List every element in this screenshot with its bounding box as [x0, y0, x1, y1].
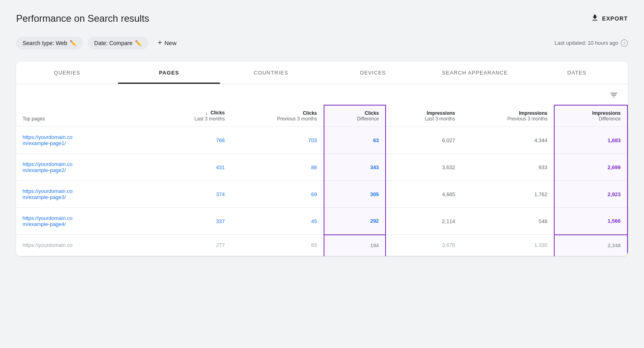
col-pages-label: Top pages — [23, 116, 45, 122]
col-header-clicks-prev[interactable]: Clicks Previous 3 months — [231, 105, 324, 127]
date-label: Date: Compare — [94, 40, 132, 46]
table-cell-impressions-prev: 1,330 — [462, 235, 554, 256]
table-cell-clicks-prev: 88 — [231, 154, 324, 181]
table-cell-clicks-diff: 292 — [324, 208, 386, 235]
table-cell-impressions-diff: 1,683 — [554, 127, 627, 154]
table-cell-page[interactable]: https://yourdomain.com/example-page4/ — [16, 208, 156, 235]
table-cell-clicks-diff: 63 — [324, 127, 386, 154]
table-cell-impressions-last: 6,027 — [386, 127, 461, 154]
tab-devices[interactable]: DEVICES — [322, 62, 424, 84]
table-cell-impressions-last: 2,114 — [386, 208, 461, 235]
table-cell-page[interactable]: https://yourdomain.com/example-page3/ — [16, 181, 156, 208]
table-cell-impressions-last: 3,678 — [386, 235, 461, 256]
table-cell-clicks-diff: 194 — [324, 235, 386, 256]
tab-countries[interactable]: COUNTRIES — [220, 62, 322, 84]
table-cell-clicks-last: 337 — [156, 208, 231, 235]
sort-arrow: ↓ — [205, 110, 208, 116]
plus-icon: + — [158, 39, 162, 47]
filter-list-icon[interactable] — [609, 91, 618, 102]
last-updated-text: Last updated: 10 hours ago — [555, 40, 618, 46]
table-toolbar — [16, 84, 628, 105]
tab-dates[interactable]: DATES — [526, 62, 628, 84]
table-cell-clicks-diff: 343 — [324, 154, 386, 181]
search-type-filter[interactable]: Search type: Web ✏️ — [16, 37, 83, 50]
export-label: EXPORT — [602, 15, 628, 22]
table-cell-impressions-prev: 4,344 — [462, 127, 554, 154]
col-header-pages: Top pages — [16, 105, 156, 127]
table-cell-clicks-diff: 305 — [324, 181, 386, 208]
table-cell-clicks-last: 277 — [156, 235, 231, 256]
page-container: Performance on Search results EXPORT Sea… — [0, 0, 644, 348]
col-header-impressions-last[interactable]: Impressions Last 3 months — [386, 105, 461, 127]
table-cell-impressions-diff: 2,699 — [554, 154, 627, 181]
col-header-impressions-diff[interactable]: Impressions Difference — [554, 105, 627, 127]
data-table: Top pages ↓ Clicks Last 3 months Clicks … — [16, 105, 628, 256]
table-cell-page[interactable]: https://yourdomain.com/example-page2/ — [16, 154, 156, 181]
edit-icon-2: ✏️ — [135, 40, 142, 46]
info-icon[interactable]: i — [621, 39, 628, 47]
col-header-clicks-last[interactable]: ↓ Clicks Last 3 months — [156, 105, 231, 127]
table-cell-impressions-prev: 1,762 — [462, 181, 554, 208]
table-cell-impressions-diff: 2,348 — [554, 235, 627, 256]
filter-row: Search type: Web ✏️ Date: Compare ✏️ + N… — [16, 35, 628, 50]
table-cell-clicks-last: 374 — [156, 181, 231, 208]
tab-search-appearance[interactable]: SEARCH APPEARANCE — [424, 62, 526, 84]
table-cell-impressions-last: 4,685 — [386, 181, 461, 208]
table-cell-clicks-last: 766 — [156, 127, 231, 154]
header-row: Performance on Search results EXPORT — [16, 13, 628, 24]
main-card: QUERIES PAGES COUNTRIES DEVICES SEARCH A… — [16, 62, 628, 256]
tab-queries[interactable]: QUERIES — [16, 62, 118, 84]
table-cell-clicks-prev: 703 — [231, 127, 324, 154]
table-cell-impressions-prev: 933 — [462, 154, 554, 181]
tabs-row: QUERIES PAGES COUNTRIES DEVICES SEARCH A… — [16, 62, 628, 84]
table-cell-impressions-prev: 548 — [462, 208, 554, 235]
export-button[interactable]: EXPORT — [591, 14, 628, 24]
table-cell-impressions-diff: 1,566 — [554, 208, 627, 235]
date-filter[interactable]: Date: Compare ✏️ — [88, 37, 148, 50]
new-filter-label: New — [164, 39, 176, 46]
page-title: Performance on Search results — [16, 13, 149, 24]
export-icon — [591, 14, 599, 24]
table-cell-clicks-prev: 83 — [231, 235, 324, 256]
table-cell-page[interactable]: https://yourdomain.co — [16, 235, 156, 256]
table-cell-clicks-prev: 45 — [231, 208, 324, 235]
col-header-impressions-prev[interactable]: Impressions Previous 3 months — [462, 105, 554, 127]
new-filter-button[interactable]: + New — [153, 35, 182, 50]
last-updated: Last updated: 10 hours ago i — [555, 39, 628, 47]
search-type-label: Search type: Web — [23, 40, 67, 46]
table-cell-clicks-last: 431 — [156, 154, 231, 181]
col-header-clicks-diff[interactable]: Clicks Difference — [324, 105, 386, 127]
table-cell-impressions-diff: 2,923 — [554, 181, 627, 208]
table-cell-impressions-last: 3,632 — [386, 154, 461, 181]
table-cell-clicks-prev: 69 — [231, 181, 324, 208]
edit-icon-1: ✏️ — [70, 40, 76, 46]
tab-pages[interactable]: PAGES — [118, 62, 220, 84]
table-cell-page[interactable]: https://yourdomain.com/example-page1/ — [16, 127, 156, 154]
